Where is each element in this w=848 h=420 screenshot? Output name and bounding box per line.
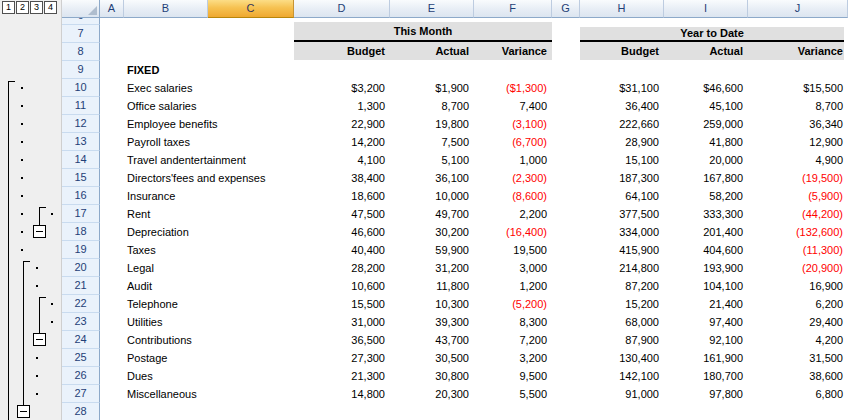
cell-tm-variance[interactable]: 1,200 [474,277,547,295]
cell-tm-actual[interactable]: 30,500 [390,349,469,367]
row-header-19[interactable]: 19 [62,241,100,259]
cell-ytd-budget[interactable]: 377,500 [580,205,659,223]
cell-ytd-actual[interactable]: 161,900 [664,349,743,367]
cell-ytd-budget[interactable]: 142,100 [580,367,659,385]
this-month-header-cell[interactable]: This Month [294,22,552,42]
cell-tm-actual[interactable]: 43,700 [390,331,469,349]
column-header-J[interactable]: J [748,0,848,18]
cell-ytd-actual[interactable]: 404,600 [664,241,743,259]
cell-tm-variance[interactable]: 9,500 [474,367,547,385]
cell-tm-budget[interactable]: 21,300 [294,367,385,385]
row-header-24[interactable]: 24 [62,331,100,349]
cell-ytd-variance[interactable]: 6,200 [748,295,843,313]
cell-tm-variance[interactable]: 8,300 [474,313,547,331]
cell-tm-budget[interactable]: 10,600 [294,277,385,295]
row-label[interactable]: Travel andentertainment [127,151,307,169]
cell-ytd-actual[interactable]: 333,300 [664,205,743,223]
cell-ytd-actual[interactable]: 92,100 [664,331,743,349]
collapse-minus-icon[interactable] [33,333,46,346]
cell-ytd-budget[interactable]: 187,300 [580,169,659,187]
cell-ytd-actual[interactable]: 41,800 [664,133,743,151]
row-header-15[interactable]: 15 [62,169,100,187]
row-header-22[interactable]: 22 [62,295,100,313]
cell-tm-variance[interactable]: (2,300) [474,169,547,187]
cell-ytd-budget[interactable]: 415,900 [580,241,659,259]
cell-tm-budget[interactable]: 46,600 [294,223,385,241]
cell-ytd-actual[interactable]: 104,100 [664,277,743,295]
cell-ytd-variance[interactable]: (44,200) [748,205,843,223]
cell-tm-budget[interactable]: 36,500 [294,331,385,349]
cell-tm-variance[interactable]: (6,700) [474,133,547,151]
select-all-corner[interactable] [62,0,100,18]
row-label[interactable]: Audit [127,277,307,295]
cell-ytd-actual[interactable]: 20,000 [664,151,743,169]
column-header-I[interactable]: I [664,0,748,18]
cell-tm-actual[interactable]: 19,800 [390,115,469,133]
cell-tm-budget[interactable]: 18,600 [294,187,385,205]
cell-ytd-budget[interactable]: $31,100 [580,79,659,97]
column-header-D[interactable]: D [294,0,390,18]
cell-tm-budget[interactable]: 14,200 [294,133,385,151]
row-header-25[interactable]: 25 [62,349,100,367]
cell-tm-budget[interactable]: $3,200 [294,79,385,97]
cell-tm-budget[interactable]: 31,000 [294,313,385,331]
row-header-23[interactable]: 23 [62,313,100,331]
cell-tm-actual[interactable]: 31,200 [390,259,469,277]
column-header-A[interactable]: A [100,0,124,18]
cell-tm-budget[interactable]: 4,100 [294,151,385,169]
collapse-minus-icon[interactable] [17,405,30,418]
cell-ytd-variance[interactable]: 38,600 [748,367,843,385]
cell-tm-actual[interactable]: 59,900 [390,241,469,259]
cell-ytd-actual[interactable]: 167,800 [664,169,743,187]
ytd-budget-header[interactable]: Budget [580,42,659,60]
column-header-H[interactable]: H [580,0,664,18]
cell-tm-budget[interactable]: 15,500 [294,295,385,313]
cell-tm-actual[interactable]: 49,700 [390,205,469,223]
row-header-12[interactable]: 12 [62,115,100,133]
row-header-14[interactable]: 14 [62,151,100,169]
row-label[interactable]: Depreciation [127,223,307,241]
cell-ytd-variance[interactable]: 4,900 [748,151,843,169]
row-label[interactable]: Payroll taxes [127,133,307,151]
outline-level-button-2[interactable]: 2 [16,1,29,14]
row-header-17[interactable]: 17 [62,205,100,223]
cell-tm-variance[interactable]: 7,400 [474,97,547,115]
cell-ytd-variance[interactable]: (5,900) [748,187,843,205]
row-header-28[interactable]: 28 [62,403,100,420]
cell-tm-actual[interactable]: 5,100 [390,151,469,169]
cell-ytd-budget[interactable]: 214,800 [580,259,659,277]
cell-tm-variance[interactable]: 2,200 [474,205,547,223]
cell-tm-budget[interactable]: 38,400 [294,169,385,187]
cell-tm-variance[interactable]: (16,400) [474,223,547,241]
cell-ytd-variance[interactable]: 6,800 [748,385,843,403]
cell-tm-variance[interactable]: 3,200 [474,349,547,367]
cell-tm-actual[interactable]: 30,200 [390,223,469,241]
row-label[interactable]: Exec salaries [127,79,307,97]
row-label[interactable]: Directors'fees and expenses [127,169,307,187]
row-header-7[interactable]: 7 [62,25,100,43]
cell-ytd-variance[interactable]: (11,300) [748,241,843,259]
cell-tm-budget[interactable]: 1,300 [294,97,385,115]
cell-ytd-actual[interactable]: 97,800 [664,385,743,403]
cell-ytd-variance[interactable]: $15,500 [748,79,843,97]
cell-tm-variance[interactable]: (8,600) [474,187,547,205]
ytd-variance-header[interactable]: Variance [748,42,843,60]
cell-ytd-variance[interactable]: 4,200 [748,331,843,349]
row-label[interactable]: Legal [127,259,307,277]
cell-ytd-budget[interactable]: 91,000 [580,385,659,403]
ytd-actual-header[interactable]: Actual [664,42,743,60]
cell-ytd-actual[interactable]: 97,400 [664,313,743,331]
cell-tm-budget[interactable]: 14,800 [294,385,385,403]
cell-ytd-variance[interactable]: (19,500) [748,169,843,187]
cell-tm-actual[interactable]: 11,800 [390,277,469,295]
outline-level-button-3[interactable]: 3 [30,1,43,14]
column-header-F[interactable]: F [474,0,552,18]
cell-tm-variance[interactable]: ($1,300) [474,79,547,97]
cell-tm-variance[interactable]: (3,100) [474,115,547,133]
year-to-date-header-cell[interactable]: Year to Date [580,27,844,42]
row-header-16[interactable]: 16 [62,187,100,205]
cell-tm-actual[interactable]: 20,300 [390,385,469,403]
cell-tm-actual[interactable]: 30,800 [390,367,469,385]
cell-ytd-actual[interactable]: 201,400 [664,223,743,241]
row-header-18[interactable]: 18 [62,223,100,241]
